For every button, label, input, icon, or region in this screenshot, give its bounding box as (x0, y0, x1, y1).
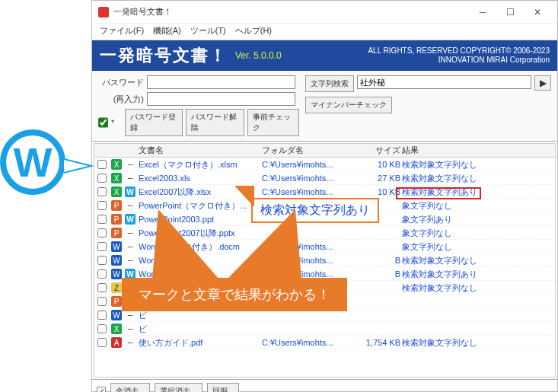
banner-copyright: ALL RIGHTS, RESERVED COPYRIGHT© 2006-202… (282, 46, 550, 65)
file-type-icon: P (111, 228, 122, 238)
search-input[interactable] (357, 75, 531, 89)
expand-icon[interactable]: – (125, 173, 136, 183)
close-button[interactable]: ✕ (524, 3, 551, 21)
expand-icon[interactable]: – (125, 241, 136, 252)
clear-all-button[interactable]: 全消去... (110, 383, 150, 392)
col-size[interactable]: サイズ (355, 145, 400, 156)
folder-path[interactable]: C:¥Users¥imohts... (262, 160, 353, 169)
register-password-button[interactable]: パスワード登録 (125, 109, 183, 136)
result-text: 象文字列なし (402, 200, 552, 212)
file-type-icon: X (111, 323, 122, 334)
password2-input[interactable] (147, 92, 295, 106)
row-checkbox[interactable] (97, 201, 107, 210)
row-checkbox[interactable] (97, 324, 107, 333)
folder-path[interactable]: C:¥Users¥imohts... (262, 174, 353, 183)
callout-w-mark: W (0, 129, 76, 206)
password-form: パスワード (再入力) * パスワード登録 パスワード解除 事前チェック (98, 75, 299, 136)
file-size: 27 KB (355, 174, 400, 183)
banner: 一発暗号文書！ Ver. 5.0.0.0 ALL RIGHTS, RESERVE… (92, 40, 557, 71)
menu-file[interactable]: ファイル(F) (100, 25, 144, 38)
result-text: 検索対象文字列なし (402, 282, 552, 294)
expand-icon[interactable]: – (125, 323, 136, 334)
select-all-checkbox[interactable]: ✓ (97, 387, 106, 392)
table-row[interactable]: A–使い方ガイド.pdfC:¥Users¥imohts...1,754 KB検索… (94, 336, 555, 349)
table-row[interactable]: X–ビ (94, 322, 555, 336)
expand-icon[interactable]: – (125, 200, 136, 211)
search-next-button[interactable]: ▶ (534, 75, 551, 91)
sync-button[interactable]: 同期... (207, 383, 239, 392)
expand-icon[interactable]: – (125, 255, 136, 266)
row-checkbox[interactable] (97, 283, 107, 292)
result-text: 象文字列なし (402, 228, 552, 239)
file-type-icon: P (111, 214, 122, 225)
result-text: 検索対象文字列なし (402, 173, 552, 184)
password2-label: (再入力) (98, 94, 144, 105)
row-checkbox[interactable] (97, 311, 107, 320)
row-checkbox[interactable] (97, 160, 107, 169)
file-name[interactable]: 使い方ガイド.pdf (139, 337, 260, 349)
star-label: * (111, 118, 114, 127)
row-checkbox[interactable] (97, 215, 107, 224)
file-type-icon: Z (111, 282, 122, 293)
file-type-icon: W (111, 310, 122, 320)
file-size: 10 KB (355, 187, 400, 196)
file-type-icon: P (111, 200, 122, 211)
row-checkbox[interactable] (97, 338, 107, 347)
table-row[interactable]: X–Excel2003.xlsC:¥Users¥imohts...27 KB検索… (94, 171, 555, 185)
folder-path[interactable]: C:¥Users¥imohts... (262, 338, 353, 347)
col-name[interactable]: 文書名 (139, 145, 260, 156)
list-header: 文書名 フォルダ名 サイズ 結果 (94, 144, 555, 158)
search-form: 文字列検索 ▶ マイナンバーチェック (305, 75, 551, 136)
minimize-button[interactable]: ─ (469, 3, 496, 21)
mynumber-check-button[interactable]: マイナンバーチェック (305, 97, 392, 113)
main-window: 一発暗号文書！ ─ ☐ ✕ ファイル(F) 機能(A) ツール(T) ヘルプ(H… (91, 0, 558, 392)
star-checkbox[interactable] (98, 117, 108, 128)
menu-func[interactable]: 機能(A) (153, 25, 181, 38)
toolbar: パスワード (再入力) * パスワード登録 パスワード解除 事前チェック 文字列… (92, 71, 557, 142)
file-type-icon: W (111, 255, 122, 266)
file-type-icon: P (111, 296, 122, 307)
file-type-icon: X (111, 159, 122, 170)
delete-password-button[interactable]: パスワード解除 (186, 109, 244, 136)
result-text: 検索対象文字列あり (402, 269, 552, 280)
file-type-icon: X (111, 186, 122, 197)
result-text: 象文字列あり (402, 214, 552, 225)
file-name[interactable]: Excel2003.xls (139, 174, 260, 183)
col-result[interactable]: 結果 (402, 145, 552, 156)
banner-logo: 一発暗号文書！ (100, 44, 228, 67)
row-checkbox[interactable] (97, 187, 107, 196)
app-icon (98, 7, 109, 18)
expand-icon[interactable]: – (125, 228, 136, 238)
file-size: B (355, 256, 400, 265)
table-row[interactable]: X–Excel（マクロ付き）.xlsmC:¥Users¥imohts...10 … (94, 158, 555, 171)
row-checkbox[interactable] (97, 174, 107, 183)
file-name[interactable]: Excel（マクロ付き）.xlsm (139, 159, 260, 171)
password-label: パスワード (98, 77, 144, 88)
menu-tool[interactable]: ツール(T) (190, 25, 226, 38)
password-input[interactable] (147, 75, 295, 89)
expand-icon[interactable]: – (125, 159, 136, 170)
col-folder[interactable]: フォルダ名 (262, 145, 353, 156)
row-checkbox[interactable] (97, 256, 107, 265)
row-checkbox[interactable] (97, 242, 107, 251)
precheck-button[interactable]: 事前チェック (247, 109, 299, 136)
maximize-button[interactable]: ☐ (496, 3, 524, 21)
highlight-box (396, 187, 481, 199)
row-checkbox[interactable] (97, 228, 107, 237)
expand-icon[interactable]: – (125, 337, 136, 348)
file-type-icon: A (111, 337, 122, 348)
clear-selected-button[interactable]: 選択消去... (155, 383, 202, 392)
row-checkbox[interactable] (97, 297, 107, 306)
result-text: 検索対象文字列なし (402, 159, 552, 171)
menubar: ファイル(F) 機能(A) ツール(T) ヘルプ(H) (92, 24, 557, 40)
file-name[interactable]: ビ (139, 323, 260, 335)
search-button[interactable]: 文字列検索 (305, 75, 354, 92)
callout-summary: マークと文章で結果がわかる！ (122, 278, 347, 311)
result-text: 検索対象文字列なし (402, 337, 552, 349)
menu-help[interactable]: ヘルプ(H) (235, 25, 272, 38)
row-checkbox[interactable] (97, 269, 107, 279)
expand-icon[interactable]: – (125, 310, 136, 320)
hit-mark-icon: W (125, 214, 136, 225)
table-row[interactable]: XWExcel2007以降.xlsxC:¥Users¥imohts...10 K… (94, 185, 555, 199)
folder-path[interactable]: C:¥Users¥imohts... (262, 187, 353, 196)
